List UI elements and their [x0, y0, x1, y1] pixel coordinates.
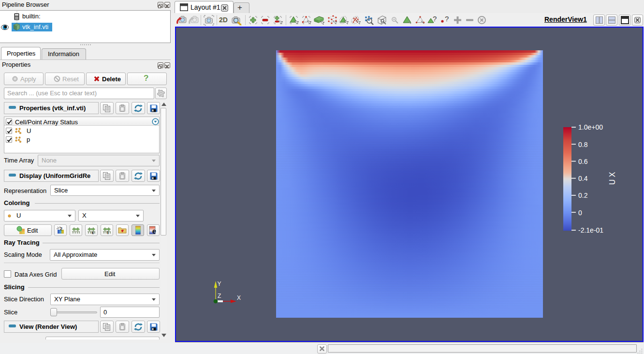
- svg-text:c: c: [92, 230, 94, 235]
- svg-text:?: ?: [433, 15, 437, 23]
- svg-text:2: 2: [60, 226, 62, 231]
- svg-text:e: e: [152, 227, 156, 235]
- svg-text:?: ?: [445, 15, 449, 23]
- svg-text:X: X: [237, 295, 241, 301]
- svg-text:Y: Y: [218, 280, 221, 287]
- svg-text:t: t: [107, 230, 109, 235]
- svg-text:Z: Z: [218, 293, 221, 299]
